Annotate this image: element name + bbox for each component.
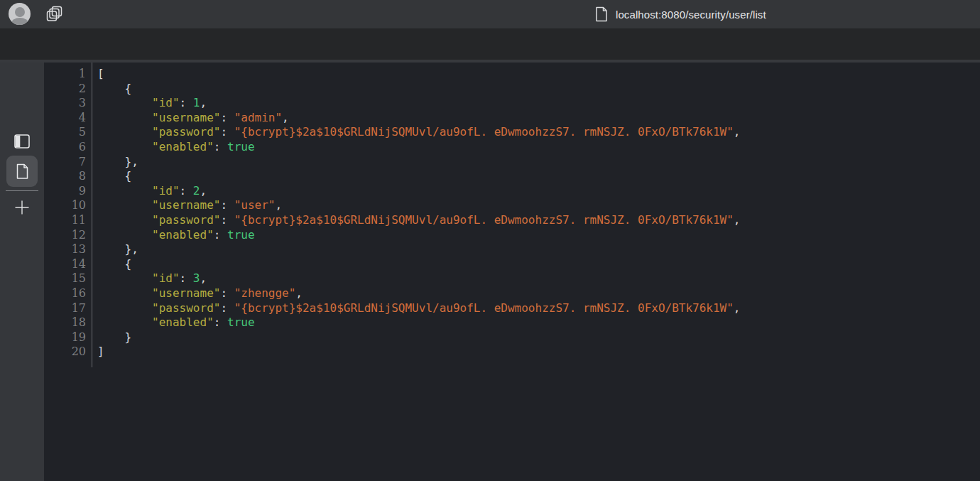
code-line: 14 { bbox=[44, 257, 741, 272]
code-text: { bbox=[86, 169, 131, 184]
line-number: 20 bbox=[44, 345, 86, 360]
code-text: "id": 2, bbox=[86, 184, 207, 199]
page-icon bbox=[595, 6, 608, 22]
line-number: 3 bbox=[44, 96, 86, 111]
code-line: 1[ bbox=[44, 67, 741, 82]
code-line: 18 "enabled": true bbox=[44, 315, 741, 330]
code-text: }, bbox=[86, 155, 138, 170]
code-text: "password": "{bcrypt}$2a$10$GRLdNijSQMUv… bbox=[86, 213, 741, 228]
line-number: 2 bbox=[44, 82, 86, 97]
code-line: 4 "username": "admin", bbox=[44, 111, 741, 126]
code-text: "enabled": true bbox=[86, 315, 255, 330]
workspaces-icon[interactable] bbox=[45, 5, 64, 23]
code-line: 19 } bbox=[44, 330, 741, 345]
line-number: 14 bbox=[44, 257, 86, 272]
line-number: 6 bbox=[44, 140, 86, 155]
line-number: 15 bbox=[44, 271, 86, 286]
tab-actions-pane-icon[interactable] bbox=[13, 132, 31, 151]
line-number: 12 bbox=[44, 228, 86, 243]
line-number: 8 bbox=[44, 169, 86, 184]
line-number: 16 bbox=[44, 286, 86, 301]
line-number: 4 bbox=[44, 111, 86, 126]
code-line: 5 "password": "{bcrypt}$2a$10$GRLdNijSQM… bbox=[44, 125, 741, 140]
code-text: "password": "{bcrypt}$2a$10$GRLdNijSQMUv… bbox=[86, 125, 741, 140]
code-text: ] bbox=[86, 345, 104, 360]
code-line: 16 "username": "zhengge", bbox=[44, 286, 741, 301]
code-text: "username": "admin", bbox=[86, 111, 289, 126]
code-line: 12 "enabled": true bbox=[44, 228, 741, 243]
sidebar-divider bbox=[6, 190, 38, 191]
code-line: 11 "password": "{bcrypt}$2a$10$GRLdNijSQ… bbox=[44, 213, 741, 228]
code-text: "username": "user", bbox=[86, 198, 282, 213]
code-line: 13 }, bbox=[44, 242, 741, 257]
line-number: 17 bbox=[44, 301, 86, 316]
line-number: 1 bbox=[44, 67, 86, 82]
code-text: } bbox=[86, 330, 131, 345]
new-tab-button[interactable] bbox=[13, 199, 31, 216]
title-bar: localhost:8080/security/user/list bbox=[0, 0, 980, 28]
line-number: 19 bbox=[44, 330, 86, 345]
code-line: 2 { bbox=[44, 82, 741, 97]
vertical-tabs-sidebar bbox=[0, 63, 44, 481]
line-number: 5 bbox=[44, 125, 86, 140]
line-number: 9 bbox=[44, 184, 86, 199]
profile-avatar-icon[interactable] bbox=[9, 3, 31, 25]
avatar-body bbox=[11, 18, 28, 25]
json-code-viewer: 1[2 {3 "id": 1,4 "username": "admin",5 "… bbox=[44, 67, 741, 360]
line-number: 11 bbox=[44, 213, 86, 228]
code-line: 10 "username": "user", bbox=[44, 198, 741, 213]
code-line: 7 }, bbox=[44, 155, 741, 170]
line-number: 7 bbox=[44, 155, 86, 170]
browser-window: localhost:8080/security/user/list bbox=[0, 0, 980, 481]
code-text: "id": 3, bbox=[86, 271, 207, 286]
code-text: "id": 1, bbox=[86, 96, 207, 111]
code-line: 8 { bbox=[44, 169, 741, 184]
code-text: [ bbox=[86, 67, 104, 82]
code-text: "enabled": true bbox=[86, 228, 255, 243]
navigation-toolbar: localhost:8080/security/user/list bbox=[0, 28, 980, 60]
line-number: 18 bbox=[44, 315, 86, 330]
code-text: "username": "zhengge", bbox=[86, 286, 303, 301]
line-number: 10 bbox=[44, 198, 86, 213]
page-content: 1[2 {3 "id": 1,4 "username": "admin",5 "… bbox=[44, 63, 980, 481]
code-text: "enabled": true bbox=[86, 140, 255, 155]
code-text: { bbox=[86, 257, 131, 272]
active-tab[interactable]: localhost:8080/security/user/list bbox=[595, 0, 766, 28]
code-line: 15 "id": 3, bbox=[44, 271, 741, 286]
code-line: 9 "id": 2, bbox=[44, 184, 741, 199]
code-text: }, bbox=[86, 242, 138, 257]
line-number: 13 bbox=[44, 242, 86, 257]
tab-title: localhost:8080/security/user/list bbox=[616, 9, 766, 21]
code-line: 6 "enabled": true bbox=[44, 140, 741, 155]
code-line: 3 "id": 1, bbox=[44, 96, 741, 111]
code-line: 20] bbox=[44, 345, 741, 360]
code-line: 17 "password": "{bcrypt}$2a$10$GRLdNijSQ… bbox=[44, 301, 741, 316]
code-text: "password": "{bcrypt}$2a$10$GRLdNijSQMUv… bbox=[86, 301, 741, 316]
code-text: { bbox=[86, 82, 131, 97]
avatar-head bbox=[15, 7, 25, 17]
sidebar-tab-active[interactable] bbox=[6, 156, 38, 187]
